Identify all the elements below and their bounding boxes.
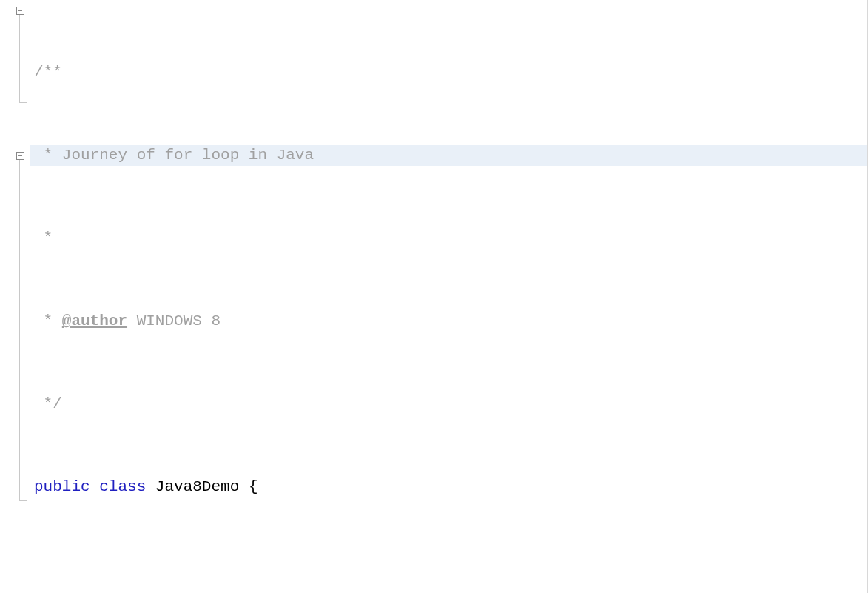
code-line: */ xyxy=(30,394,867,415)
comment-title: Journey of for loop in Java xyxy=(62,147,314,164)
comment-star: * xyxy=(34,230,53,247)
code-line-active: * Journey of for loop in Java xyxy=(30,145,867,166)
comment-open: /** xyxy=(34,64,62,81)
code-editor[interactable]: /** * Journey of for loop in Java * * @a… xyxy=(0,0,868,593)
code-line xyxy=(30,560,867,580)
fold-icon[interactable] xyxy=(16,7,24,15)
fold-icon[interactable] xyxy=(16,152,24,160)
author-tag: @author xyxy=(62,312,127,329)
code-line: * @author WINDOWS 8 xyxy=(30,311,867,332)
code-line: public class Java8Demo { xyxy=(30,477,867,497)
code-area[interactable]: /** * Journey of for loop in Java * * @a… xyxy=(30,0,867,593)
text-caret xyxy=(314,146,314,162)
author-name: WINDOWS 8 xyxy=(127,312,221,329)
brace: { xyxy=(239,478,258,495)
class-name: Java8Demo xyxy=(155,478,239,495)
gutter xyxy=(0,0,30,593)
kw-class: class xyxy=(99,478,146,495)
kw-public: public xyxy=(34,478,90,495)
comment-star: * xyxy=(34,312,62,329)
code-line: /** xyxy=(30,62,867,83)
comment-close: */ xyxy=(34,395,62,412)
code-line: * xyxy=(30,228,867,249)
comment-star: * xyxy=(34,147,62,164)
